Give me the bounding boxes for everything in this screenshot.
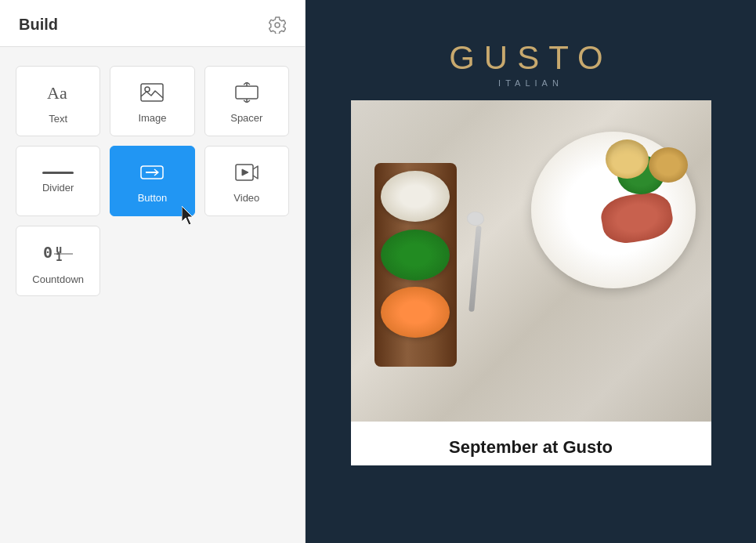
left-panel: Build Aa Text — [0, 0, 306, 543]
svg-marker-10 — [242, 169, 248, 176]
divider-icon — [42, 172, 74, 176]
svg-text:0: 0 — [43, 243, 52, 262]
countdown-icon: 0 u 1 — [43, 241, 73, 267]
block-image[interactable]: Image — [110, 66, 194, 136]
video-icon — [234, 162, 259, 186]
block-text[interactable]: Aa Text — [16, 66, 100, 136]
block-button-label: Button — [138, 192, 168, 204]
block-video-label: Video — [233, 192, 259, 204]
email-content-card: September at Gusto — [351, 100, 711, 465]
food-image-inner — [351, 100, 711, 422]
button-icon — [139, 162, 165, 186]
image-icon — [139, 82, 165, 106]
block-divider[interactable]: Divider — [16, 146, 100, 216]
gear-icon[interactable] — [269, 16, 286, 34]
spacer-icon — [234, 82, 259, 106]
svg-text:1: 1 — [56, 251, 62, 263]
svg-text:Aa: Aa — [47, 83, 67, 103]
food-image — [351, 100, 711, 422]
block-image-label: Image — [138, 112, 166, 124]
block-button[interactable]: Button — [110, 146, 194, 216]
blocks-grid: Aa Text Image — [0, 47, 305, 315]
panel-header: Build — [0, 0, 305, 47]
email-logo-sub: ITALIAN — [498, 78, 563, 88]
block-video[interactable]: Video — [204, 146, 289, 216]
block-countdown-label: Countdown — [32, 273, 84, 285]
block-spacer[interactable]: Spacer — [204, 66, 289, 136]
svg-rect-2 — [141, 84, 163, 101]
block-divider-label: Divider — [42, 182, 74, 194]
right-panel: GUSTO ITALIAN — [306, 0, 756, 543]
email-logo-area: GUSTO ITALIAN — [306, 24, 756, 100]
email-text-section: September at Gusto — [351, 422, 711, 465]
email-preview: GUSTO ITALIAN — [306, 24, 756, 465]
block-spacer-label: Spacer — [230, 112, 262, 124]
block-text-label: Text — [49, 113, 67, 125]
email-tagline: September at Gusto — [374, 437, 688, 458]
svg-rect-4 — [236, 86, 258, 99]
svg-point-3 — [145, 87, 150, 92]
email-logo-text: GUSTO — [449, 39, 613, 77]
panel-title: Build — [19, 16, 58, 34]
block-countdown[interactable]: 0 u 1 Countdown — [16, 226, 100, 296]
text-icon: Aa — [45, 81, 71, 107]
